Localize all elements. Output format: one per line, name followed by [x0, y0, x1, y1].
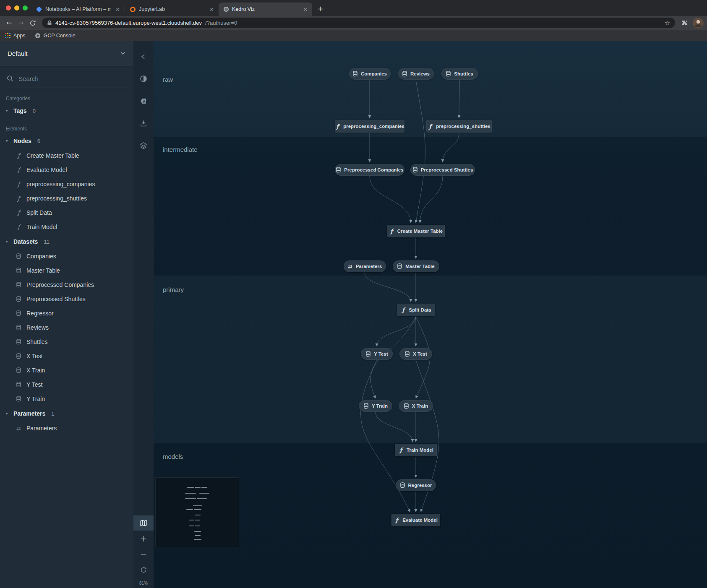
pipeline-name: Default	[8, 50, 28, 57]
minimap-node	[195, 487, 200, 488]
label-toggle-button[interactable]: A	[136, 94, 151, 109]
sidebar-item-preprocessed-shuttles[interactable]: Preprocessed Shuttles	[0, 292, 133, 306]
sidebar-item-train-model[interactable]: ƒTrain Model	[0, 220, 133, 234]
sidebar-item-x-train[interactable]: X Train	[0, 363, 133, 377]
close-tab-icon[interactable]: ×	[302, 6, 309, 13]
close-tab-icon[interactable]: ×	[114, 6, 121, 13]
graph-node-create_master_table[interactable]: ƒCreate Master Table	[387, 225, 445, 237]
pipeline-canvas[interactable]: rawintermediateprimarymodels CompaniesRe…	[154, 41, 707, 588]
browser-chrome: Notebooks – AI Platform – mh- × JupyterL…	[0, 0, 707, 41]
gcp-console-favicon	[35, 33, 41, 39]
section-header-datasets[interactable]: ▾Datasets11	[0, 234, 133, 249]
section-count: 11	[44, 239, 50, 245]
graph-node-split_data[interactable]: ƒSplit Data	[397, 304, 435, 316]
minimap-node	[199, 493, 209, 494]
section-header-parameters[interactable]: ▾Parameters1	[0, 406, 133, 421]
sidebar-item-create-master-table[interactable]: ƒCreate Master Table	[0, 148, 133, 163]
screen: Notebooks – AI Platform – mh- × JupyterL…	[0, 0, 707, 588]
minimap-toggle-button[interactable]	[133, 515, 154, 531]
address-bar[interactable]: 4141-cs-830579569376-default.europe-west…	[42, 18, 675, 28]
graph-node-label: Preprocessed Shuttles	[421, 167, 473, 172]
graph-node-preprocessed_companies[interactable]: Preprocessed Companies	[335, 164, 404, 176]
sidebar-item-shuttles[interactable]: Shuttles	[0, 335, 133, 349]
function-icon: ƒ	[335, 123, 340, 130]
forward-button[interactable]: →	[15, 17, 27, 29]
graph-node-y_train[interactable]: Y Train	[359, 400, 392, 412]
item-label: Parameters	[26, 425, 57, 432]
bookmark-apps[interactable]: Apps	[5, 33, 26, 39]
graph-node-master_table[interactable]: Master Table	[393, 260, 439, 272]
graph-node-y_test[interactable]: Y Test	[361, 348, 393, 360]
minimap-node	[187, 487, 193, 488]
extensions-button[interactable]	[678, 17, 690, 29]
new-tab-button[interactable]: +	[315, 3, 326, 14]
search-bar	[6, 74, 128, 88]
graph-node-evaluate_model[interactable]: ƒEvaluate Model	[391, 514, 440, 526]
section-header-nodes[interactable]: ▾Nodes6	[0, 133, 133, 148]
item-label: preprocessing_shuttles	[26, 195, 87, 202]
section-count: 1	[51, 411, 54, 417]
database-icon	[400, 482, 405, 488]
theme-toggle-button[interactable]	[136, 71, 151, 86]
sidebar-item-split-data[interactable]: ƒSplit Data	[0, 206, 133, 220]
sidebar-item-y-test[interactable]: Y Test	[0, 377, 133, 392]
close-tab-icon[interactable]: ×	[208, 6, 215, 13]
layers-toggle-button[interactable]	[136, 138, 151, 153]
bookmark-label: GCP Console	[44, 33, 76, 39]
sidebar-item-reviews[interactable]: Reviews	[0, 320, 133, 335]
tab-jupyterlab[interactable]: JupyterLab ×	[125, 3, 219, 16]
sidebar-item-preprocessed-companies[interactable]: Preprocessed Companies	[0, 278, 133, 292]
sidebar-item-x-test[interactable]: X Test	[0, 349, 133, 363]
sidebar-item-companies[interactable]: Companies	[0, 249, 133, 263]
graph-node-regressor[interactable]: Regressor	[396, 479, 436, 491]
graph-node-preprocessing_shuttles[interactable]: ƒpreprocessing_shuttles	[426, 120, 492, 133]
graph-node-train_model[interactable]: ƒTrain Model	[395, 444, 437, 456]
graph-node-preprocessing_companies[interactable]: ƒpreprocessing_companies	[335, 120, 404, 133]
bookmark-star-icon[interactable]: ☆	[665, 19, 670, 27]
back-button[interactable]: ←	[3, 17, 15, 29]
graph-node-shuttles[interactable]: Shuttles	[441, 68, 478, 80]
item-label: Reviews	[26, 324, 49, 331]
sidebar-item-preprocessing-shuttles[interactable]: ƒpreprocessing_shuttles	[0, 191, 133, 206]
section-header-tags[interactable]: ▾Tags0	[0, 103, 133, 118]
database-icon	[16, 367, 22, 373]
graph-node-parameters[interactable]: ⇄Parameters	[344, 260, 386, 272]
tab-notebooks-ai-platform[interactable]: Notebooks – AI Platform – mh- ×	[31, 3, 125, 16]
graph-node-label: Reviews	[410, 71, 430, 76]
fullscreen-window-button[interactable]	[23, 5, 28, 10]
reset-zoom-button[interactable]	[136, 562, 151, 578]
profile-avatar[interactable]	[693, 18, 704, 29]
section-label: Parameters	[13, 410, 45, 417]
collapse-sidebar-button[interactable]	[136, 49, 151, 64]
sidebar-item-regressor[interactable]: Regressor	[0, 306, 133, 320]
graph-node-x_test[interactable]: X Test	[399, 348, 432, 360]
graph-node-companies[interactable]: Companies	[349, 68, 391, 80]
graph-node-reviews[interactable]: Reviews	[398, 68, 434, 80]
database-icon	[16, 268, 22, 273]
item-label: Preprocessed Companies	[26, 281, 94, 288]
pipeline-selector[interactable]: Default	[0, 41, 133, 66]
zoom-in-button[interactable]: +	[136, 531, 151, 546]
bookmark-gcp-console[interactable]: GCP Console	[35, 33, 76, 39]
tab-kedro-viz[interactable]: Kedro Viz ×	[219, 3, 312, 16]
close-window-button[interactable]	[6, 5, 11, 10]
sidebar-item-master-table[interactable]: Master Table	[0, 263, 133, 278]
search-icon	[7, 75, 14, 82]
zoom-out-button[interactable]: −	[136, 546, 151, 562]
graph-node-x_train[interactable]: X Train	[399, 400, 433, 412]
sidebar-item-preprocessing-companies[interactable]: ƒpreprocessing_companies	[0, 177, 133, 191]
sidebar-item-parameters[interactable]: ⇄Parameters	[0, 421, 133, 435]
minimize-window-button[interactable]	[14, 5, 19, 10]
minimap[interactable]	[155, 477, 239, 547]
export-button[interactable]	[136, 116, 151, 131]
database-icon	[16, 310, 22, 316]
function-icon: ƒ	[16, 195, 22, 202]
graph-node-preprocessed_shuttles[interactable]: Preprocessed Shuttles	[410, 164, 475, 176]
database-icon	[16, 353, 22, 359]
sidebar-item-y-train[interactable]: Y Train	[0, 392, 133, 406]
chevron-down-icon: ▾	[6, 411, 12, 416]
reload-button[interactable]	[27, 17, 39, 29]
search-input[interactable]	[18, 75, 127, 82]
sidebar-item-evaluate-model[interactable]: ƒEvaluate Model	[0, 163, 133, 177]
section-heading-elements: Elements	[6, 126, 133, 132]
